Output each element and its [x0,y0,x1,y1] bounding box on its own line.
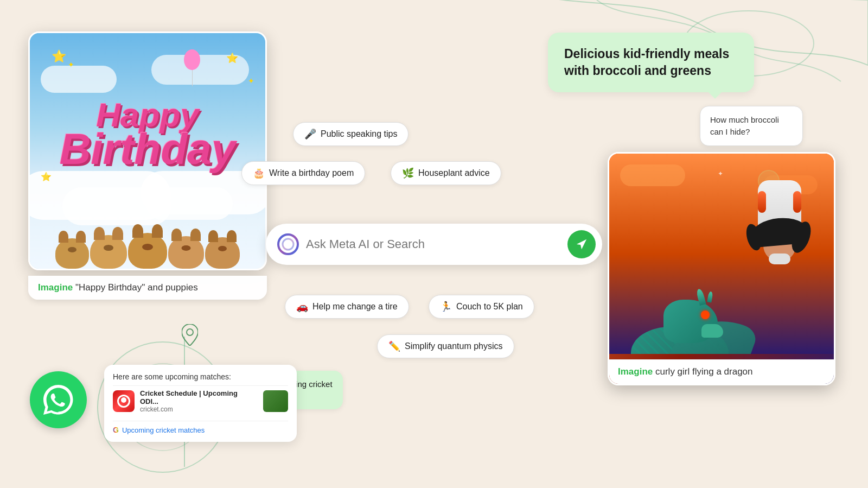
quantum-emoji: ✏️ [388,340,400,352]
search-bar [266,224,602,265]
dragon-imagine-prefix: Imagine [618,366,653,377]
houseplant-emoji: 🌿 [402,167,414,179]
cricket-icon [113,390,135,412]
dragon-imagine-caption: Imagine curly girl flying a dragon [609,359,834,384]
change-tire-pill[interactable]: 🚗 Help me change a tire [285,295,409,319]
whatsapp-icon [41,382,76,417]
broccoli-text: How much broccoli can I hide? [710,115,779,136]
quantum-pill[interactable]: ✏️ Simplify quantum physics [377,334,514,358]
cricket-result-info: Cricket Schedule | Upcoming ODI... crick… [140,389,258,413]
houseplant-label: Houseplant advice [418,168,490,178]
cricket-result-url: cricket.com [140,405,258,413]
couch-5k-pill[interactable]: 🏃 Couch to 5K plan [429,295,534,319]
quantum-label: Simplify quantum physics [405,341,503,351]
public-speaking-emoji: 🎤 [304,128,316,140]
svg-point-7 [187,329,193,335]
dragon-imagine-text: curly girl flying a dragon [655,366,753,377]
public-speaking-label: Public speaking tips [321,129,397,139]
meals-bubble: Delicious kid-friendly meals with brocco… [548,33,754,92]
couch-5k-label: Couch to 5K plan [456,302,523,312]
search-area [266,224,602,265]
public-speaking-pill[interactable]: 🎤 Public speaking tips [293,122,409,146]
birthday-imagine-caption: Imagine "Happy Birthday" and puppies [28,276,267,300]
imagine-text: "Happy Birthday" and puppies [75,282,198,293]
broccoli-bubble: How much broccoli can I hide? [700,106,803,146]
cricket-google-text: Upcoming cricket matches [122,426,205,434]
imagine-prefix: Imagine [38,282,73,293]
cricket-google-link[interactable]: G Upcoming cricket matches [113,421,288,434]
cricket-results-card: Here are some upcoming matches: Cricket … [104,365,297,442]
svg-point-5 [278,235,298,254]
star-icon: ⭐ [226,52,238,64]
send-button[interactable] [567,230,596,258]
svg-point-6 [283,239,293,250]
whatsapp-logo[interactable] [30,371,87,428]
location-pin-top [182,324,198,348]
birthday-poem-pill[interactable]: 🎂 Write a birthday poem [241,161,365,185]
cricket-result-title: Cricket Schedule | Upcoming ODI... [140,389,258,405]
birthday-card: ⭐ ✦ ⭐ ✦ ⭐ Happy Birthday [28,31,267,270]
star-icon: ✦ [68,60,74,69]
birthday-text: Birthday [60,128,236,171]
cricket-thumbnail [263,390,288,412]
birthday-poem-emoji: 🎂 [253,167,265,179]
star-icon: ✦ [248,77,254,85]
star-icon: ⭐ [41,172,52,182]
cricket-result-intro: Here are some upcoming matches: [113,372,288,381]
change-tire-emoji: 🚗 [296,301,308,313]
google-g-icon: G [113,426,119,434]
birthday-poem-label: Write a birthday poem [269,168,354,178]
meta-ai-icon [277,233,299,256]
change-tire-label: Help me change a tire [312,302,398,312]
meals-text: Delicious kid-friendly meals with brocco… [564,47,729,78]
search-input[interactable] [306,237,561,251]
couch-5k-emoji: 🏃 [440,301,452,313]
houseplant-pill[interactable]: 🌿 Houseplant advice [391,161,501,185]
dragon-card: ✦ ✦ Imagine curly girl flying a dragon [608,152,835,385]
star-icon: ⭐ [52,49,66,64]
